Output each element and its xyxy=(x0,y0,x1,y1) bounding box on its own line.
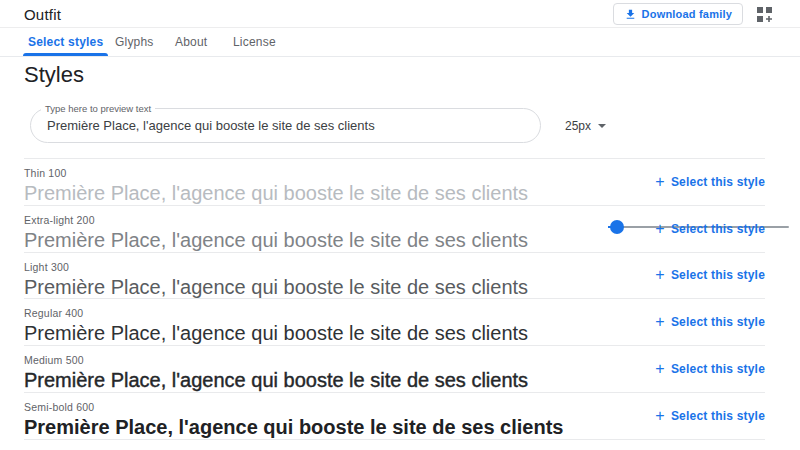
style-row-thin-100: Thin 100 Première Place, l'agence qui bo… xyxy=(24,158,765,205)
page-title: Styles xyxy=(24,62,84,88)
preview-text-field-wrap: Type here to preview text xyxy=(30,108,541,143)
plus-icon: + xyxy=(655,222,665,236)
select-style-label: Select this style xyxy=(671,362,765,376)
style-name: Extra-light 200 xyxy=(24,206,765,226)
font-size-value: 25px xyxy=(565,119,591,133)
tab-bar: Select styles Glyphs About License xyxy=(0,28,800,57)
tab-about[interactable]: About xyxy=(175,28,207,56)
select-style-button[interactable]: + Select this style xyxy=(655,315,765,329)
header: Outfit Download family xyxy=(0,0,800,27)
style-preview-text[interactable]: Première Place, l'agence qui booste le s… xyxy=(24,416,765,438)
style-row-light-300: Light 300 Première Place, l'agence qui b… xyxy=(24,252,765,299)
style-row-extra-light-200: Extra-light 200 Première Place, l'agence… xyxy=(24,205,765,252)
style-row-regular-400: Regular 400 Première Place, l'agence qui… xyxy=(24,298,765,345)
font-size-dropdown[interactable]: 25px xyxy=(565,119,606,133)
download-icon xyxy=(624,8,637,21)
style-row-medium-500: Medium 500 Première Place, l'agence qui … xyxy=(24,345,765,392)
plus-icon: + xyxy=(655,175,665,189)
download-family-label: Download family xyxy=(642,8,732,20)
style-name: Semi-bold 600 xyxy=(24,393,765,413)
download-family-button[interactable]: Download family xyxy=(613,3,743,25)
style-name: Thin 100 xyxy=(24,159,765,179)
font-family-title: Outfit xyxy=(24,6,61,23)
style-name: Light 300 xyxy=(24,253,765,273)
style-preview-text[interactable]: Première Place, l'agence qui booste le s… xyxy=(24,229,765,251)
style-preview-text[interactable]: Première Place, l'agence qui booste le s… xyxy=(24,369,765,391)
preview-text-field-label: Type here to preview text xyxy=(41,103,155,114)
style-preview-text[interactable]: Première Place, l'agence qui booste le s… xyxy=(24,276,765,298)
selected-families-icon[interactable] xyxy=(757,7,772,22)
select-style-button[interactable]: + Select this style xyxy=(655,409,765,423)
style-name: Medium 500 xyxy=(24,346,765,366)
select-style-button[interactable]: + Select this style xyxy=(655,222,765,236)
plus-icon: + xyxy=(655,268,665,282)
select-style-button[interactable]: + Select this style xyxy=(655,362,765,376)
tab-glyphs[interactable]: Glyphs xyxy=(115,28,154,56)
style-row-semi-bold-600: Semi-bold 600 Première Place, l'agence q… xyxy=(24,392,765,439)
select-style-label: Select this style xyxy=(671,409,765,423)
plus-icon: + xyxy=(655,315,665,329)
select-style-label: Select this style xyxy=(671,222,765,236)
chevron-down-icon xyxy=(598,124,606,128)
plus-icon: + xyxy=(655,362,665,376)
list-bottom-divider xyxy=(24,439,765,440)
select-style-label: Select this style xyxy=(671,175,765,189)
plus-icon: + xyxy=(655,409,665,423)
select-style-button[interactable]: + Select this style xyxy=(655,268,765,282)
select-style-label: Select this style xyxy=(671,315,765,329)
preview-controls: Type here to preview text 25px xyxy=(0,100,800,152)
styles-list: Thin 100 Première Place, l'agence qui bo… xyxy=(0,158,800,440)
style-preview-text[interactable]: Première Place, l'agence qui booste le s… xyxy=(24,322,765,344)
style-name: Regular 400 xyxy=(24,299,765,319)
tab-select-styles[interactable]: Select styles xyxy=(28,28,103,56)
tab-license[interactable]: License xyxy=(233,28,276,56)
select-style-label: Select this style xyxy=(671,268,765,282)
select-style-button[interactable]: + Select this style xyxy=(655,175,765,189)
style-preview-text[interactable]: Première Place, l'agence qui booste le s… xyxy=(24,182,765,204)
